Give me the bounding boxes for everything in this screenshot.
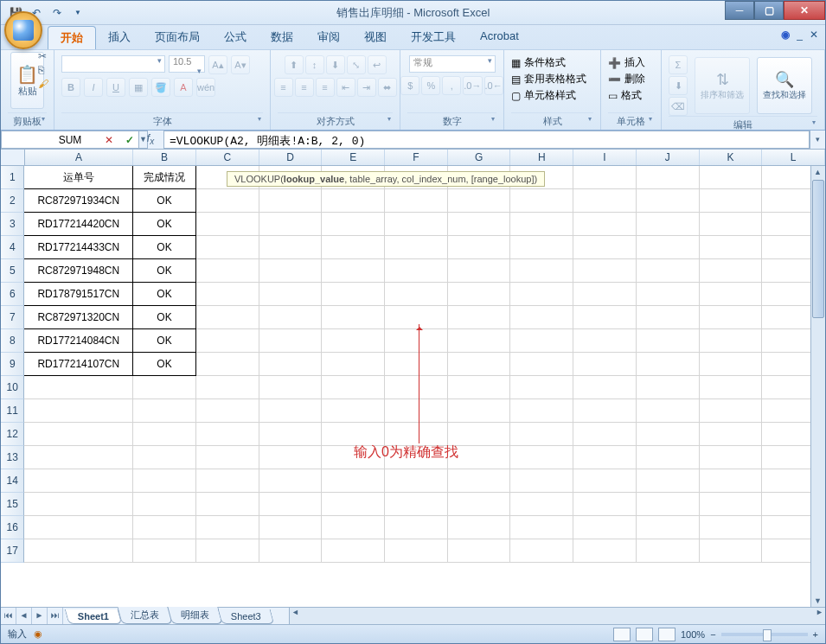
align-middle-icon[interactable]: ↕ <box>305 55 324 74</box>
redo-icon[interactable]: ↷ <box>48 3 67 22</box>
cell-D13[interactable] <box>259 446 323 469</box>
copy-icon[interactable]: ⎘ <box>38 64 48 76</box>
zoom-slider[interactable] <box>721 633 808 636</box>
cell-K9[interactable] <box>700 353 763 376</box>
cell-A5[interactable]: RC872971948CN <box>24 259 133 283</box>
cell-C14[interactable] <box>196 469 259 493</box>
align-bottom-icon[interactable]: ⬇ <box>326 55 345 74</box>
cell-G8[interactable] <box>448 329 511 353</box>
cell-styles-button[interactable]: ▢单元格样式 <box>511 88 576 103</box>
cell-K6[interactable] <box>700 283 763 306</box>
cell-H7[interactable] <box>510 306 573 329</box>
cell-I6[interactable] <box>573 283 637 306</box>
cell-A4[interactable]: RD177214433CN <box>24 236 133 259</box>
ribbon-tab-1[interactable]: 插入 <box>96 26 143 49</box>
cell-B13[interactable] <box>133 446 196 469</box>
cell-C10[interactable] <box>196 376 259 399</box>
cell-F15[interactable] <box>385 493 448 516</box>
cell-C4[interactable] <box>196 236 259 259</box>
row-header-3[interactable]: 3 <box>1 213 24 236</box>
delete-cells-button[interactable]: ➖删除 <box>608 72 645 86</box>
sheet-tab-1[interactable]: 汇总表 <box>117 607 172 624</box>
col-header-F[interactable]: F <box>385 150 448 165</box>
cell-B7[interactable]: OK <box>133 306 196 329</box>
cell-J2[interactable] <box>637 189 700 213</box>
bold-button[interactable]: B <box>61 78 80 97</box>
row-header-10[interactable]: 10 <box>1 376 24 399</box>
group-cells[interactable]: 单元格 <box>608 112 654 130</box>
cell-E4[interactable] <box>322 236 385 259</box>
expand-formula-bar-icon[interactable]: ▾ <box>810 131 825 149</box>
office-button[interactable] <box>4 11 42 49</box>
cell-I12[interactable] <box>573 423 637 446</box>
cell-B17[interactable] <box>133 539 196 563</box>
cell-K12[interactable] <box>700 423 763 446</box>
cell-J16[interactable] <box>637 516 700 539</box>
group-font[interactable]: 字体 <box>61 112 263 130</box>
cell-F2[interactable] <box>385 189 448 213</box>
col-header-D[interactable]: D <box>259 150 323 165</box>
cell-E15[interactable] <box>322 493 385 516</box>
cell-G2[interactable] <box>448 189 511 213</box>
wrap-text-icon[interactable]: ↩ <box>368 55 387 74</box>
cell-I3[interactable] <box>573 213 637 236</box>
cell-E3[interactable] <box>322 213 385 236</box>
cell-D11[interactable] <box>259 399 323 423</box>
align-center-icon[interactable]: ≡ <box>295 78 314 97</box>
percent-icon[interactable]: % <box>421 76 440 95</box>
col-header-G[interactable]: G <box>448 150 511 165</box>
cell-B12[interactable] <box>133 423 196 446</box>
cell-B8[interactable]: OK <box>133 329 196 353</box>
minimize-ribbon-icon[interactable]: _ <box>797 29 803 41</box>
row-header-12[interactable]: 12 <box>1 423 24 446</box>
worksheet-grid[interactable]: ABCDEFGHIJKL 1运单号完成情况2RC872971934CNOK3RD… <box>1 150 825 607</box>
row-header-2[interactable]: 2 <box>1 189 24 213</box>
cell-H13[interactable] <box>510 446 573 469</box>
cell-K15[interactable] <box>700 493 763 516</box>
cell-B5[interactable]: OK <box>133 259 196 283</box>
cell-G3[interactable] <box>448 213 511 236</box>
fill-icon[interactable]: ⬇ <box>669 76 688 95</box>
cell-K8[interactable] <box>700 329 763 353</box>
cell-H2[interactable] <box>510 189 573 213</box>
cell-F14[interactable] <box>385 469 448 493</box>
cell-K14[interactable] <box>700 469 763 493</box>
ribbon-tab-3[interactable]: 公式 <box>212 26 259 49</box>
col-header-H[interactable]: H <box>510 150 573 165</box>
number-format-combo[interactable]: 常规 <box>409 55 496 73</box>
cell-E5[interactable] <box>322 259 385 283</box>
cell-G5[interactable] <box>448 259 511 283</box>
cell-G7[interactable] <box>448 306 511 329</box>
cell-F17[interactable] <box>385 539 448 563</box>
zoom-level[interactable]: 100% <box>681 629 705 640</box>
row-header-7[interactable]: 7 <box>1 306 24 329</box>
cell-J4[interactable] <box>637 236 700 259</box>
cell-C5[interactable] <box>196 259 259 283</box>
ribbon-tab-7[interactable]: 开发工具 <box>399 26 468 49</box>
cell-C13[interactable] <box>196 446 259 469</box>
cell-C12[interactable] <box>196 423 259 446</box>
cell-E16[interactable] <box>322 516 385 539</box>
cell-C9[interactable] <box>196 353 259 376</box>
row-header-9[interactable]: 9 <box>1 353 24 376</box>
sheet-next-icon[interactable]: ► <box>32 608 48 624</box>
col-header-B[interactable]: B <box>133 150 196 165</box>
cell-H3[interactable] <box>510 213 573 236</box>
row-header-5[interactable]: 5 <box>1 259 24 283</box>
close-button[interactable]: ✕ <box>784 1 825 20</box>
cell-F11[interactable] <box>385 399 448 423</box>
cell-D9[interactable] <box>259 353 323 376</box>
cell-A16[interactable] <box>24 516 133 539</box>
align-left-icon[interactable]: ≡ <box>274 78 293 97</box>
accept-formula-icon[interactable]: ✓ <box>120 134 139 146</box>
cell-E17[interactable] <box>322 539 385 563</box>
help-icon[interactable]: ◉ <box>781 29 790 41</box>
decrease-decimal-icon[interactable]: .0← <box>484 76 503 95</box>
cell-G4[interactable] <box>448 236 511 259</box>
fill-color-button[interactable]: 🪣 <box>151 78 170 97</box>
cell-D2[interactable] <box>259 189 323 213</box>
cell-J7[interactable] <box>637 306 700 329</box>
cell-D8[interactable] <box>259 329 323 353</box>
cell-E6[interactable] <box>322 283 385 306</box>
cell-H14[interactable] <box>510 469 573 493</box>
